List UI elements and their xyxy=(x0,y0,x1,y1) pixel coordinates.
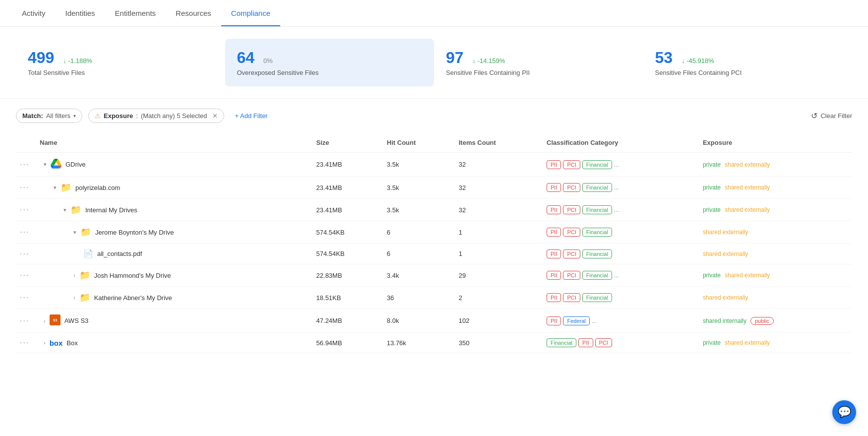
stat-overexposed-number: 64 xyxy=(237,49,255,67)
exposure-cell: privateshared externally xyxy=(699,199,852,221)
classification-cell: PIIPCIFinancial... xyxy=(543,177,699,199)
exposure-cell: shared internallypublic xyxy=(699,309,852,333)
row-more-button[interactable]: ··· xyxy=(20,249,29,258)
exposure-filter-pill[interactable]: ⚠ Exposure: (Match any) 5 Selected ✕ xyxy=(88,109,224,123)
col-exposure: Exposure xyxy=(699,133,852,153)
expand-icon[interactable]: › xyxy=(73,272,75,278)
col-actions xyxy=(16,133,36,153)
add-filter-button[interactable]: + Add Filter xyxy=(230,109,273,123)
hit-count-cell: 13.76k xyxy=(383,333,455,353)
nav-activity[interactable]: Activity xyxy=(12,0,56,26)
items-count-cell: 102 xyxy=(455,309,543,333)
name-cell: ▾ 📁 Jerome Boynton's My Drive xyxy=(36,221,312,244)
badge-financial: Financial xyxy=(582,160,612,169)
match-filter-pill[interactable]: Match: All filters ▾ xyxy=(16,109,82,123)
items-count-cell: 32 xyxy=(455,199,543,221)
hit-count-cell: 3.5k xyxy=(383,177,455,199)
file-name: Josh Hammond's My Drive xyxy=(94,272,171,279)
badge-pii: PII xyxy=(547,183,561,192)
stat-total-number: 499 xyxy=(28,49,54,67)
table-row: ··· ▾ 📁 polyrizelab.com 23.41MB 3.5k 32 … xyxy=(16,177,852,199)
size-cell: 574.54KB xyxy=(312,244,383,264)
expand-icon[interactable]: › xyxy=(44,340,46,346)
table-row: ··· ▾ 📁 Internal My Drives 23.41MB 3.5k … xyxy=(16,199,852,221)
row-more-button[interactable]: ··· xyxy=(20,316,29,325)
badge-more: ... xyxy=(614,184,619,191)
size-cell: 56.94MB xyxy=(312,333,383,353)
name-cell: 📄 all_contacts.pdf xyxy=(36,244,312,264)
classification-cell: PIIFederal... xyxy=(543,309,699,333)
nav-entitlements[interactable]: Entitlements xyxy=(105,0,166,26)
items-count-cell: 1 xyxy=(455,244,543,264)
exposure-value: (Match any) 5 Selected xyxy=(141,112,207,120)
match-label: Match: xyxy=(22,112,43,120)
row-actions-cell: ··· xyxy=(16,199,36,221)
size-cell: 23.41MB xyxy=(312,199,383,221)
row-more-button[interactable]: ··· xyxy=(20,228,29,236)
stat-total-sensitive[interactable]: 499 ↓ -1.188% Total Sensitive Files xyxy=(16,39,225,86)
nav-identities[interactable]: Identities xyxy=(56,0,105,26)
expand-icon[interactable]: ▾ xyxy=(54,185,57,191)
badge-pci: PCI xyxy=(563,160,580,169)
badge-pii: PII xyxy=(547,228,561,237)
row-more-button[interactable]: ··· xyxy=(20,271,29,279)
badge-financial: Financial xyxy=(582,205,612,214)
file-name: polyrizelab.com xyxy=(75,184,120,191)
items-count-cell: 32 xyxy=(455,177,543,199)
expand-icon[interactable]: › xyxy=(73,295,75,301)
row-actions-cell: ··· xyxy=(16,153,36,177)
stat-pci[interactable]: 53 ↓ -45.918% Sensitive Files Containing… xyxy=(643,39,853,86)
table-row: ··· › S3 AWS S3 47.24MB 8.0k 102 PIIFede… xyxy=(16,309,852,333)
exposure-private: private xyxy=(703,339,721,346)
clear-filter-button[interactable]: ↺ Clear Filter xyxy=(811,111,852,121)
classification-cell: FinancialPIIPCI xyxy=(543,333,699,353)
files-table-wrapper: Name Size Hit Count Items Count Classifi… xyxy=(0,133,868,369)
exposure-shared-externally: shared externally xyxy=(703,229,748,236)
exposure-private: private xyxy=(703,206,721,213)
expand-icon[interactable]: › xyxy=(44,318,46,324)
exposure-shared-externally: shared externally xyxy=(703,250,748,257)
exposure-private: private xyxy=(703,161,721,168)
row-actions-cell: ··· xyxy=(16,221,36,244)
filter-bar: Match: All filters ▾ ⚠ Exposure: (Match … xyxy=(0,99,868,133)
classification-cell: PIIPCIFinancial... xyxy=(543,199,699,221)
file-type-icon: 📁 xyxy=(61,182,71,193)
stat-overexposed[interactable]: 64 0% Overexposed Sensitive Files xyxy=(225,39,434,86)
file-type-icon: 📁 xyxy=(79,270,90,281)
badge-more: ... xyxy=(614,206,619,213)
file-type-icon: 📁 xyxy=(80,227,91,238)
expand-icon[interactable]: ▾ xyxy=(63,207,66,213)
stat-pii-change: ↓ -14.159% xyxy=(473,57,505,64)
stat-overexposed-label: Overexposed Sensitive Files xyxy=(237,69,423,76)
badge-federal: Federal xyxy=(563,316,589,325)
exposure-public: public xyxy=(750,317,774,325)
hit-count-cell: 6 xyxy=(383,221,455,244)
exposure-close-icon[interactable]: ✕ xyxy=(212,112,218,120)
classification-cell: PIIPCIFinancial... xyxy=(543,153,699,177)
nav-compliance[interactable]: Compliance xyxy=(221,0,280,26)
file-type-icon: S3 xyxy=(50,314,61,327)
hit-count-cell: 36 xyxy=(383,287,455,309)
expand-icon[interactable]: ▾ xyxy=(73,229,76,236)
badge-pii: PII xyxy=(547,293,561,302)
stat-pii-number: 97 xyxy=(446,49,464,67)
hit-count-cell: 3.4k xyxy=(383,264,455,287)
name-cell: ▾ 📁 Internal My Drives xyxy=(36,199,312,221)
name-cell: › 📁 Josh Hammond's My Drive xyxy=(36,264,312,287)
expand-icon[interactable]: ▾ xyxy=(44,161,47,168)
file-name: all_contacts.pdf xyxy=(97,250,142,257)
warning-icon: ⚠ xyxy=(95,112,101,120)
badge-pii: PII xyxy=(547,316,561,325)
row-more-button[interactable]: ··· xyxy=(20,338,29,347)
exposure-shared-externally: shared externally xyxy=(703,294,748,301)
stat-pii[interactable]: 97 ↓ -14.159% Sensitive Files Containing… xyxy=(434,39,643,86)
row-more-button[interactable]: ··· xyxy=(20,183,29,191)
badge-pii: PII xyxy=(547,205,561,214)
row-more-button[interactable]: ··· xyxy=(20,160,29,169)
row-more-button[interactable]: ··· xyxy=(20,293,29,302)
nav-resources[interactable]: Resources xyxy=(166,0,221,26)
row-more-button[interactable]: ··· xyxy=(20,205,29,214)
table-header-row: Name Size Hit Count Items Count Classifi… xyxy=(16,133,852,153)
classification-cell: PIIPCIFinancial xyxy=(543,221,699,244)
row-actions-cell: ··· xyxy=(16,309,36,333)
